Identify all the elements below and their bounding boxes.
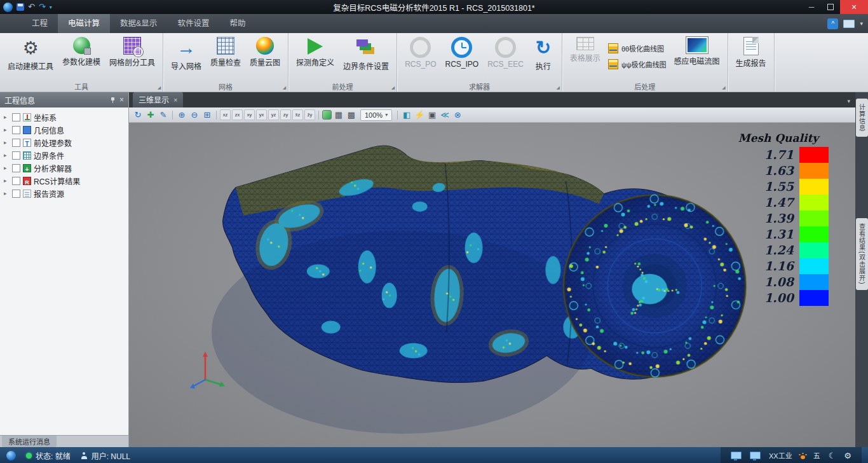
titlebar: ↶ ↷ ▾ 复杂目标RCS电磁分析软件2015 R1 - RCS_2015031… <box>0 0 868 14</box>
gear-icon[interactable]: ⚙ <box>844 451 851 460</box>
tab-close-icon[interactable]: × <box>173 96 177 104</box>
link-view-icon[interactable]: ≪ <box>439 109 451 121</box>
tree-item[interactable]: ▸前处理参数 <box>1 136 128 149</box>
tree-item[interactable]: ▸边界条件 <box>1 149 128 162</box>
save-icon[interactable] <box>17 3 24 11</box>
view-preset-button[interactable]: xy <box>244 109 255 120</box>
tab-list-dropdown-icon[interactable]: ▾ <box>847 98 850 107</box>
expand-arrow-icon[interactable]: ▸ <box>4 114 10 120</box>
checkbox[interactable] <box>12 139 20 147</box>
ribbon-button[interactable]: 边界条件设置 <box>339 34 393 80</box>
dialog-launcher-icon[interactable]: ◢ <box>391 85 395 90</box>
menu-overflow-icon[interactable]: ▾ <box>860 20 863 27</box>
ribbon-button[interactable]: 启动建模工具 <box>4 34 57 80</box>
expand-arrow-icon[interactable]: ▸ <box>4 152 10 158</box>
curve-icon <box>608 43 618 53</box>
panel-close-icon[interactable]: × <box>119 96 124 104</box>
dialog-launcher-icon[interactable]: ◢ <box>556 85 559 90</box>
pin-icon[interactable] <box>110 97 116 103</box>
view-preset-button[interactable]: x̄z <box>292 109 303 120</box>
undo-icon[interactable]: ↶ <box>28 0 35 14</box>
ribbon-button[interactable]: 导入网格 <box>167 34 205 80</box>
menu-tab-4[interactable]: 软件设置 <box>167 14 219 33</box>
expand-arrow-icon[interactable]: ▸ <box>4 165 10 171</box>
edit-view-icon[interactable]: ✎ <box>158 109 169 121</box>
ribbon-button[interactable]: 生成报告 <box>732 34 770 80</box>
menu-tab-5[interactable]: 帮助 <box>219 14 255 33</box>
close-button[interactable]: × <box>840 0 868 14</box>
tree-item[interactable]: ▸坐标系 <box>1 111 128 123</box>
checkbox[interactable] <box>12 164 20 172</box>
copy-view-icon[interactable]: ▣ <box>426 109 438 121</box>
display-settings-icon[interactable] <box>843 20 855 28</box>
ribbon-button[interactable]: 感应电磁流图 <box>670 34 724 80</box>
view-preset-button[interactable]: yx <box>256 109 267 120</box>
checkbox[interactable] <box>12 113 20 121</box>
wireframe-toggle-icon[interactable]: ▩ <box>346 109 357 121</box>
rotate-view-icon[interactable]: ↻ <box>132 109 144 121</box>
ribbon-button[interactable]: RCS_IPO <box>441 34 482 80</box>
menu-tab-1[interactable]: 工程 <box>22 14 58 33</box>
expand-arrow-icon[interactable]: ▸ <box>4 139 10 146</box>
quick-access-dropdown-icon[interactable]: ▾ <box>50 4 52 10</box>
view-preset-button[interactable]: zy <box>280 109 291 120</box>
side-tab-2[interactable]: 查看结果(双击展开) <box>856 218 868 290</box>
close-view-icon[interactable]: ⊗ <box>452 109 463 121</box>
grid-toggle-icon[interactable]: ▦ <box>333 109 344 121</box>
expand-arrow-icon[interactable]: ▸ <box>4 127 10 133</box>
redo-icon[interactable]: ↷ <box>39 0 46 14</box>
checkbox[interactable] <box>12 151 20 160</box>
collapse-ribbon-icon[interactable]: ^ <box>827 18 838 29</box>
ribbon-button[interactable]: 质量检查 <box>207 34 245 80</box>
tab-3d-display[interactable]: 三维显示 × <box>133 92 183 107</box>
axis-triad <box>186 348 231 392</box>
expand-arrow-icon[interactable]: ▸ <box>4 177 10 184</box>
minimize-button[interactable]: ─ <box>802 0 821 14</box>
dialog-launcher-icon[interactable]: ◢ <box>158 85 161 90</box>
dialog-launcher-icon[interactable]: ◢ <box>722 85 725 90</box>
shaded-toggle-icon[interactable] <box>322 110 332 120</box>
checkbox[interactable] <box>12 190 20 198</box>
menu-tab-2[interactable]: 电磁计算 <box>58 14 110 33</box>
zoom-in-icon[interactable]: ⊕ <box>176 109 187 121</box>
maximize-button[interactable] <box>821 0 840 14</box>
ribbon-button[interactable]: ψψ极化曲线图 <box>608 59 667 69</box>
view-preset-button[interactable]: yz <box>268 109 279 120</box>
zoom-window-icon[interactable]: ⊞ <box>201 109 213 121</box>
status-ready: 状态: 就绪 <box>26 450 71 461</box>
zoom-out-icon[interactable]: ⊖ <box>189 109 200 121</box>
menu-tab-3[interactable]: 数据&显示 <box>110 14 167 33</box>
ribbon-button[interactable]: θθ极化曲线图 <box>608 43 667 53</box>
checkbox[interactable] <box>12 177 20 185</box>
system-messages-tab[interactable]: 系统运行消息 <box>2 436 57 447</box>
ribbon-button[interactable]: 探测角定义 <box>292 34 338 80</box>
current-user: 用户: NULL <box>81 450 130 461</box>
tree-item[interactable]: ▸分析求解器 <box>1 162 128 174</box>
view-preset-button[interactable]: xz <box>220 109 231 120</box>
light-toggle-icon[interactable]: ⚡ <box>414 109 425 121</box>
tree-item[interactable]: ▸几何信息 <box>1 123 128 136</box>
monitor-icon[interactable] <box>750 452 761 459</box>
3d-canvas[interactable]: Mesh Quality 1.711.631.551.471.391.311.2… <box>129 123 855 447</box>
right-strip: 计算信息查看结果(双击展开) <box>855 92 868 447</box>
checkbox[interactable] <box>12 126 20 134</box>
monitor-icon[interactable] <box>731 452 742 459</box>
legend-color-cell <box>799 226 829 242</box>
tree-item[interactable]: ▸RCS计算结果 <box>1 174 128 187</box>
expand-arrow-icon[interactable]: ▸ <box>4 190 10 197</box>
legend-entry: 1.39 <box>728 211 829 226</box>
render-mode-icon[interactable]: ◧ <box>401 109 412 121</box>
pan-view-icon[interactable]: ✚ <box>145 109 156 121</box>
view-preset-button[interactable]: z̄y <box>304 109 315 120</box>
dialog-launcher-icon[interactable]: ◢ <box>283 85 286 90</box>
view-preset-button[interactable]: zx <box>232 109 243 120</box>
ribbon-button[interactable]: 质量云图 <box>246 34 284 80</box>
solver-off-icon <box>410 37 431 58</box>
ribbon-button[interactable]: 执行 <box>529 34 558 80</box>
ribbon-button[interactable]: 网格剖分工具 <box>105 34 159 80</box>
moon-icon[interactable]: ☾ <box>829 451 836 460</box>
tree-item[interactable]: ▸报告资源 <box>1 187 128 200</box>
side-tab-1[interactable]: 计算信息 <box>856 99 868 137</box>
zoom-level-dropdown[interactable]: 100%▾ <box>360 109 392 121</box>
ribbon-button[interactable]: 参数化建模 <box>58 34 104 80</box>
